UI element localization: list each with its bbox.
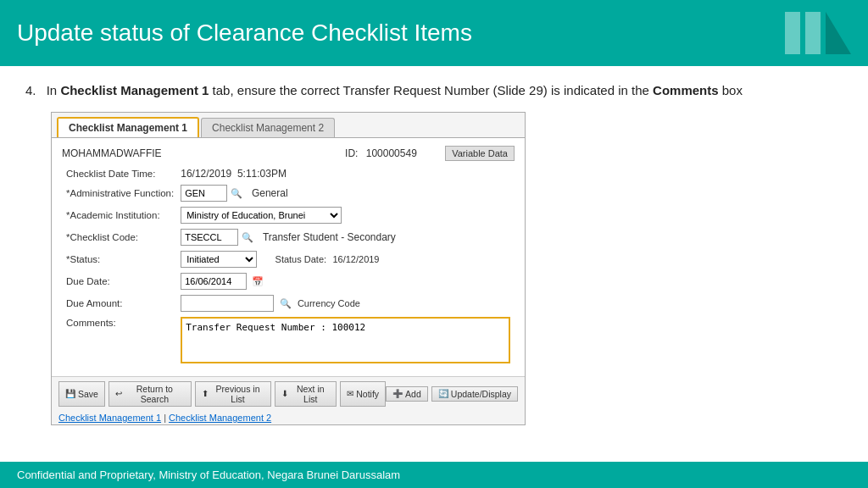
page-title: Update status of Clearance Checklist Ite… — [17, 19, 472, 47]
notify-button[interactable]: ✉ Notify — [340, 381, 386, 407]
comments-textarea[interactable]: Transfer Request Number : 100012 — [181, 317, 510, 363]
form-area: MOHAMMADWAFFIE ID: 100000549 Variable Da… — [52, 137, 525, 376]
user-name: MOHAMMADWAFFIE — [62, 147, 162, 159]
label-comments: Comments: — [64, 315, 176, 368]
notify-label: Notify — [356, 389, 379, 399]
label-academic-institution: *Academic Institution: — [64, 205, 176, 225]
toolbar-row: 💾 Save ↩ Return to Search ⬆ Previous in … — [52, 376, 525, 411]
label-admin-function: *Administrative Function: — [64, 183, 176, 203]
main-content: 4. In Checklist Management 1 tab, ensure… — [0, 66, 868, 462]
field-status: *Status: Initiated Status Date: 16/12/20… — [64, 249, 513, 269]
previous-in-list-button[interactable]: ⬆ Previous in List — [195, 381, 271, 407]
due-amount-input[interactable] — [181, 295, 274, 312]
return-icon: ↩ — [115, 389, 122, 398]
next-in-list-button[interactable]: ⬇ Next in List — [275, 381, 337, 407]
tab-checklist-management-2[interactable]: Checklist Management 2 — [201, 118, 335, 137]
checklist-code-input[interactable] — [181, 229, 238, 246]
checklist-code-search-icon[interactable]: 🔍 — [242, 232, 253, 242]
value-checklist-date-time: 16/12/2019 5:11:03PM — [178, 166, 513, 181]
update-icon: 🔄 — [438, 389, 448, 398]
save-button[interactable]: 💾 Save — [58, 381, 105, 407]
value-academic-institution: Ministry of Education, Brunei — [178, 205, 513, 225]
deco-rect-1 — [785, 12, 800, 54]
text-middle: tab, ensure the correct Transfer Request… — [213, 83, 653, 97]
user-id-row: MOHAMMADWAFFIE ID: 100000549 Variable Da… — [62, 143, 515, 164]
deco-rect-2 — [805, 12, 821, 54]
return-to-search-button[interactable]: ↩ Return to Search — [108, 381, 192, 407]
breadcrumb-link-1[interactable]: Checklist Management 1 — [58, 413, 161, 423]
admin-function-search-icon[interactable]: 🔍 — [231, 188, 242, 198]
next-icon: ⬇ — [281, 389, 288, 398]
toolbar-left: 💾 Save ↩ Return to Search ⬆ Previous in … — [58, 381, 386, 407]
update-display-button[interactable]: 🔄 Update/Display — [431, 386, 518, 402]
form-table: Checklist Date Time: 16/12/2019 5:11:03P… — [62, 164, 515, 369]
text-before: In — [47, 83, 58, 97]
admin-function-label: General — [252, 187, 288, 199]
next-label: Next in List — [291, 384, 330, 404]
label-due-amount: Due Amount: — [64, 293, 176, 313]
header-decoration — [785, 12, 851, 54]
add-button[interactable]: ➕ Add — [386, 386, 428, 402]
tabs-row: Checklist Management 1 Checklist Managem… — [52, 113, 525, 137]
due-date-input[interactable] — [181, 273, 247, 290]
academic-institution-select[interactable]: Ministry of Education, Brunei — [181, 207, 342, 224]
breadcrumb-link-2[interactable]: Checklist Management 2 — [169, 413, 271, 423]
previous-label: Previous in List — [211, 384, 264, 404]
step-number: 4. — [25, 83, 36, 97]
previous-icon: ⬆ — [202, 389, 209, 398]
field-checklist-date-time: Checklist Date Time: 16/12/2019 5:11:03P… — [64, 166, 513, 181]
due-amount-search-icon[interactable]: 🔍 — [280, 298, 292, 308]
footer-text: Confidential and Proprietary, Ministry o… — [17, 469, 400, 481]
value-due-date: 📅 — [178, 271, 513, 291]
field-due-date: Due Date: 📅 — [64, 271, 513, 291]
value-admin-function: 🔍 General — [178, 183, 513, 203]
status-date-value: 16/12/2019 — [332, 254, 379, 264]
id-label: ID: — [345, 147, 358, 159]
id-section: ID: 100000549 Variable Data — [345, 146, 515, 161]
value-comments: Transfer Request Number : 100012 — [178, 315, 513, 368]
status-date-label: Status Date: — [275, 254, 327, 264]
tab2-label: Checklist Management 2 — [212, 122, 324, 134]
bold2: Comments — [653, 83, 719, 97]
deco-triangle — [826, 12, 851, 54]
value-status: Initiated Status Date: 16/12/2019 — [178, 249, 513, 269]
ui-screenshot-box: Checklist Management 1 Checklist Managem… — [51, 112, 526, 425]
admin-function-input[interactable] — [181, 185, 227, 202]
label-status: *Status: — [64, 249, 176, 269]
field-due-amount: Due Amount: 🔍 Currency Code — [64, 293, 513, 313]
tab1-label: Checklist Management 1 — [69, 122, 187, 134]
id-value: 100000549 — [366, 147, 417, 159]
checklist-code-label: Transfer Student - Secondary — [263, 231, 396, 243]
bold1: Checklist Management 1 — [60, 83, 209, 97]
status-select[interactable]: Initiated — [181, 251, 257, 268]
save-icon: 💾 — [65, 389, 75, 398]
field-academic-institution: *Academic Institution: Ministry of Educa… — [64, 205, 513, 225]
text-after: box — [722, 83, 743, 97]
footer: Confidential and Proprietary, Ministry o… — [0, 462, 868, 488]
add-label: Add — [405, 389, 421, 399]
label-checklist-code: *Checklist Code: — [64, 227, 176, 247]
instruction-text: 4. In Checklist Management 1 tab, ensure… — [25, 81, 843, 100]
variable-data-button[interactable]: Variable Data — [445, 146, 515, 161]
value-due-amount: 🔍 Currency Code — [178, 293, 513, 313]
save-label: Save — [78, 389, 98, 399]
update-label: Update/Display — [451, 389, 511, 399]
currency-code-label: Currency Code — [298, 298, 360, 308]
field-admin-function: *Administrative Function: 🔍 General — [64, 183, 513, 203]
return-label: Return to Search — [125, 384, 185, 404]
header: Update status of Clearance Checklist Ite… — [0, 0, 868, 66]
add-icon: ➕ — [392, 389, 403, 398]
due-date-calendar-icon[interactable]: 📅 — [252, 276, 264, 286]
tab-checklist-management-1[interactable]: Checklist Management 1 — [57, 117, 199, 137]
label-due-date: Due Date: — [64, 271, 176, 291]
field-checklist-code: *Checklist Code: 🔍 Transfer Student - Se… — [64, 227, 513, 247]
breadcrumb-row: Checklist Management 1 | Checklist Manag… — [52, 411, 525, 424]
label-checklist-date-time: Checklist Date Time: — [64, 166, 176, 181]
notify-icon: ✉ — [347, 389, 353, 398]
value-checklist-code: 🔍 Transfer Student - Secondary — [178, 227, 513, 247]
toolbar-right: ➕ Add 🔄 Update/Display — [386, 386, 518, 402]
field-comments: Comments: Transfer Request Number : 1000… — [64, 315, 513, 368]
